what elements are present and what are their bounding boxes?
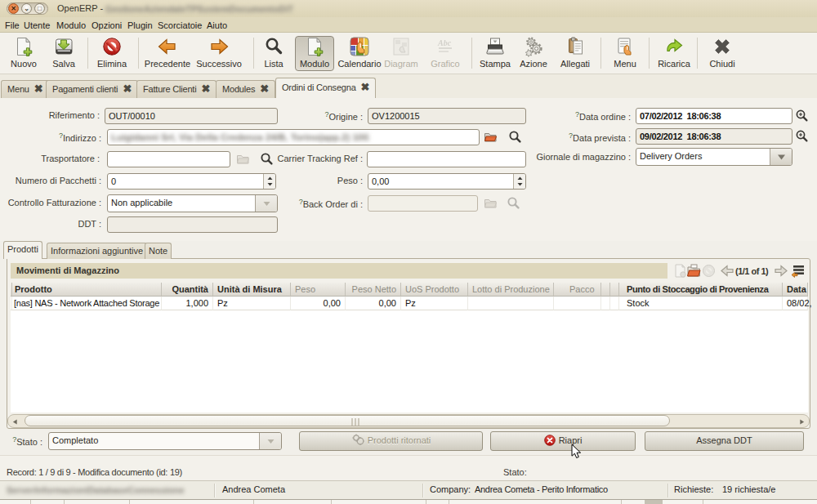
svg-text:Abc: Abc [437,38,452,47]
